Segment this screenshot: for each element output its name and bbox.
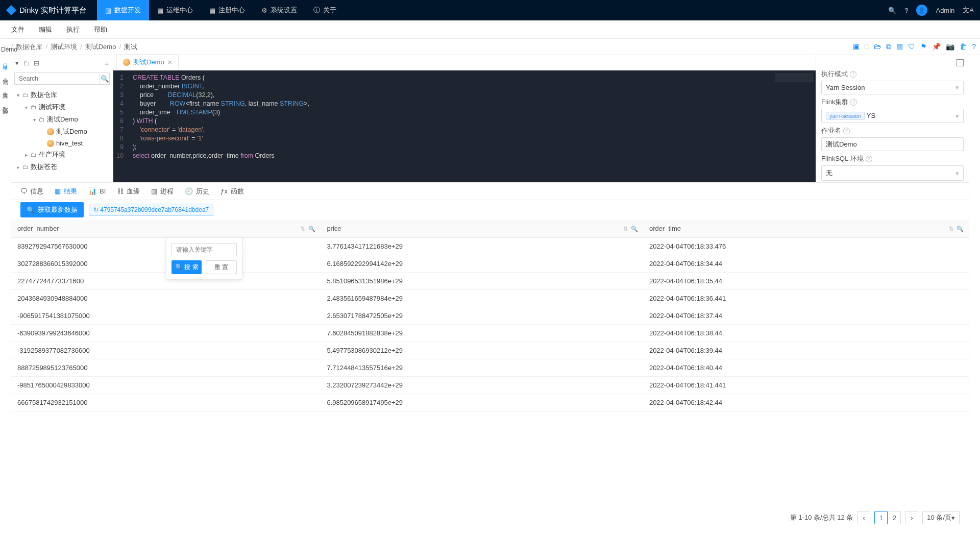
env-select[interactable]: 无▾ xyxy=(821,165,964,181)
job-id-chip[interactable]: ↻ 4795745a372b099dce7ab76841dbdea7 xyxy=(89,204,213,216)
rail-集群[interactable]: 集群 xyxy=(2,88,9,90)
col-price[interactable]: price⇅🔍 xyxy=(321,220,643,238)
table-row[interactable]: 88872598951237650007.712448413557516e+29… xyxy=(11,359,969,377)
new-folder-icon[interactable]: 🗀 xyxy=(23,59,30,67)
table-cell: -3192589377082736600 xyxy=(11,342,321,359)
action-icon-2[interactable]: □ xyxy=(865,42,869,51)
prev-page-button[interactable]: ‹ xyxy=(857,511,870,524)
breadcrumb-item[interactable]: 测试 xyxy=(124,43,137,51)
user-name[interactable]: Admin xyxy=(936,7,954,14)
col-order_time[interactable]: order_time⇅🔍 xyxy=(643,220,969,238)
search-icon[interactable]: 🔍 xyxy=(888,7,896,14)
delete-icon[interactable]: 🗑 xyxy=(960,42,967,51)
sort-icon[interactable]: ⇅ xyxy=(301,225,305,232)
table-row[interactable]: 83927929475676300003.776143417121683e+29… xyxy=(11,238,969,255)
filter-input[interactable] xyxy=(172,243,237,256)
result-tab-1[interactable]: ▦结果 xyxy=(55,187,77,196)
panel-collapse-icon[interactable] xyxy=(957,59,964,66)
table-row[interactable]: -31925893770827366005.497753086930212e+2… xyxy=(11,342,969,359)
code-editor[interactable]: 12345678910 CREATE TABLE Orders ( order_… xyxy=(113,70,816,182)
chevron-down-icon[interactable]: ▾ xyxy=(15,59,19,67)
page-1[interactable]: 1 xyxy=(874,511,888,524)
result-tab-4[interactable]: ▥进程 xyxy=(151,187,174,196)
tree-folder[interactable]: ▾🗀 测试Demo xyxy=(13,113,111,126)
minimap[interactable] xyxy=(775,74,813,82)
filter-popover: 🔍 搜 索重 置 xyxy=(166,237,242,280)
result-tab-0[interactable]: 🗨信息 xyxy=(20,187,43,196)
result-tab-6[interactable]: ƒx函数 xyxy=(220,187,244,196)
filter-reset-button[interactable]: 重 置 xyxy=(206,260,237,274)
paste-icon[interactable]: ▤ xyxy=(896,42,903,51)
exec-mode-select[interactable]: Yarn Session▾ xyxy=(821,81,964,94)
pushpin-icon[interactable]: 📌 xyxy=(932,42,941,51)
filter-search-button[interactable]: 🔍 搜 索 xyxy=(172,260,202,274)
page-2[interactable]: 2 xyxy=(888,511,901,524)
filter-icon[interactable]: 🔍 xyxy=(631,225,638,232)
nav-3[interactable]: ⚙ 系统设置 xyxy=(253,0,305,20)
flink-cluster-select[interactable]: yarn-session YS ▾ xyxy=(821,109,964,123)
job-name-input[interactable] xyxy=(821,137,964,151)
sort-icon[interactable]: ⇅ xyxy=(623,225,628,232)
breadcrumb-item[interactable]: 测试环境 xyxy=(51,43,77,51)
result-tab-3[interactable]: ⛓血缘 xyxy=(117,187,140,196)
tree-folder[interactable]: ▾🗀 数据仓库 xyxy=(13,89,111,101)
help-icon[interactable]: ? xyxy=(850,99,857,106)
table-row[interactable]: -98517650004298330003.232007239273442e+2… xyxy=(11,377,969,394)
submenu-0[interactable]: 文件 xyxy=(4,20,32,39)
tree-folder[interactable]: ▾🗀 测试环境 xyxy=(13,101,111,113)
nav-2[interactable]: ▦ 注册中心 xyxy=(201,0,253,20)
folder-open-icon[interactable]: 🗁 xyxy=(874,42,881,51)
table-row[interactable]: 2274772447733716005.851096531351986e+292… xyxy=(11,273,969,290)
table-row[interactable]: 66675817429321510006.985209658917495e+29… xyxy=(11,394,969,411)
question-icon[interactable]: ? xyxy=(972,42,976,51)
page-size-select[interactable]: 10 条/页 ▾ xyxy=(922,511,960,524)
table-row[interactable]: -63909397992436460007.602845091882838e+2… xyxy=(11,325,969,342)
breadcrumb-item[interactable]: 测试Demo xyxy=(85,43,116,51)
rail-目录[interactable]: 目录 xyxy=(2,59,9,61)
shield-icon[interactable]: 🛡 xyxy=(908,42,915,51)
table-row[interactable]: -90659175413810750002.653071788472505e+2… xyxy=(11,307,969,325)
avatar[interactable]: 👤 xyxy=(916,5,927,16)
nav-4[interactable]: ⓘ 关于 xyxy=(305,0,345,20)
submenu-1[interactable]: 编辑 xyxy=(32,20,59,39)
action-icon-1[interactable]: ▣ xyxy=(853,42,860,51)
rail-数据源[interactable]: 数据源 xyxy=(2,102,9,105)
close-icon[interactable]: ✕ xyxy=(167,59,172,66)
search-button[interactable]: 🔍 xyxy=(100,72,110,85)
table-row[interactable]: 20436849309488840002.483561659487984e+29… xyxy=(11,290,969,307)
nav-0[interactable]: ▥ 数据开发 xyxy=(97,0,149,20)
help-icon[interactable]: ? xyxy=(850,71,856,78)
rail-会话[interactable]: 会话 xyxy=(2,74,9,76)
folder-icon: 🗀 xyxy=(31,151,37,158)
flag-icon[interactable]: ⚑ xyxy=(920,42,927,51)
result-tab-2[interactable]: 📊BI xyxy=(88,187,106,195)
breadcrumb-item[interactable]: 数据仓库 xyxy=(16,43,42,51)
sort-icon[interactable]: ⇅ xyxy=(949,225,953,232)
tree-leaf[interactable]: 测试Demo xyxy=(13,126,111,138)
tree-folder[interactable]: ▸🗀 生产环境 xyxy=(13,149,111,161)
refresh-button[interactable]: 🔍 获取最新数据 xyxy=(20,202,84,217)
editor-tab[interactable]: 测试Demo ✕ xyxy=(116,54,179,70)
submenu-2[interactable]: 执行 xyxy=(59,20,87,39)
search-input[interactable] xyxy=(14,72,100,85)
next-page-button[interactable]: › xyxy=(905,511,918,524)
more-icon[interactable]: ≡ xyxy=(105,59,109,67)
table-cell: 5.497753086930212e+29 xyxy=(321,342,643,359)
help-icon[interactable]: ? xyxy=(843,128,850,134)
tree-leaf[interactable]: hive_test xyxy=(13,138,111,149)
nav-1[interactable]: ▦ 运维中心 xyxy=(149,0,201,20)
pagination: 第 1-10 条/总共 12 条 ‹ 12 › 10 条/页 ▾ xyxy=(11,506,969,529)
filter-icon[interactable]: 🔍 xyxy=(957,225,964,232)
collapse-icon[interactable]: ⊟ xyxy=(34,59,39,67)
table-row[interactable]: 30272883660153920006.168592292994142e+29… xyxy=(11,255,969,273)
tree-folder[interactable]: ▸🗀 数据苍苍 xyxy=(13,161,111,173)
camera-icon[interactable]: 📷 xyxy=(946,42,954,51)
copy-icon[interactable]: ⧉ xyxy=(886,42,891,51)
filter-icon[interactable]: 🔍 xyxy=(308,225,315,232)
help-icon[interactable]: ? xyxy=(904,7,908,14)
col-order_number[interactable]: order_number⇅🔍🔍 搜 索重 置 xyxy=(11,220,321,238)
result-tab-5[interactable]: 🕘历史 xyxy=(185,187,209,196)
submenu-3[interactable]: 帮助 xyxy=(87,20,114,39)
language-icon[interactable]: 文A xyxy=(963,6,974,15)
help-icon[interactable]: ? xyxy=(866,156,872,162)
